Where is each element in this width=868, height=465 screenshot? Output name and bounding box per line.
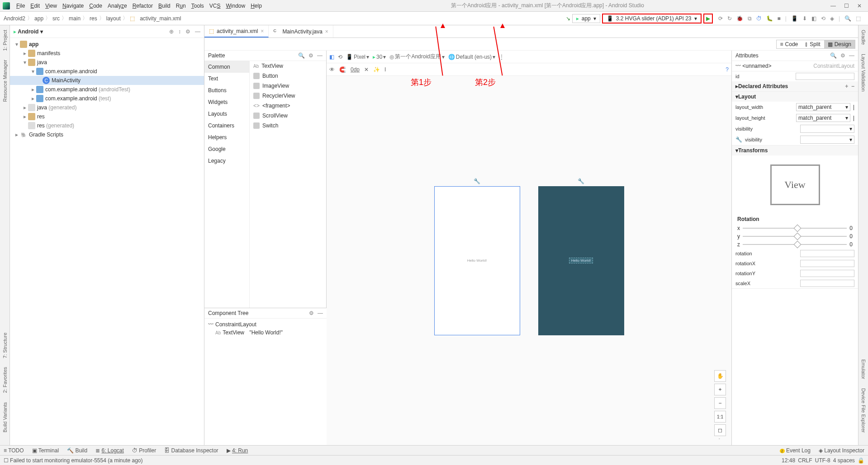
- status-lineend[interactable]: CRLF: [798, 457, 812, 464]
- tool-profiler[interactable]: ⏱ Profiler: [132, 447, 156, 454]
- tree-app[interactable]: app: [29, 41, 38, 47]
- lock-icon[interactable]: 🔒: [858, 457, 864, 464]
- hide-icon[interactable]: —: [317, 52, 323, 59]
- clear-constraints-icon[interactable]: ✕: [364, 66, 369, 73]
- tool-logcat[interactable]: ≣ 6: Logcat: [95, 447, 124, 454]
- palette-cat-buttons[interactable]: Buttons: [204, 85, 249, 96]
- tool-layout-inspector[interactable]: ◈ Layout Inspector: [819, 447, 864, 454]
- palette-item-fragment[interactable]: <><fragment>: [250, 101, 326, 111]
- tool-run[interactable]: ▶ 4: Run: [227, 447, 248, 454]
- viewmode-code[interactable]: ≡ Code: [777, 40, 802, 48]
- layout-inspector-icon[interactable]: ◈: [830, 15, 834, 22]
- palette-cat-common[interactable]: Common: [204, 61, 249, 73]
- default-margin[interactable]: 0dp: [351, 66, 360, 73]
- palette-cat-widgets[interactable]: Widgets: [204, 96, 249, 108]
- palette-item-recyclerview[interactable]: RecyclerView: [250, 91, 326, 101]
- gutter-structure[interactable]: 7: Structure: [2, 333, 8, 358]
- api-picker[interactable]: ▸ 30 ▾: [373, 54, 386, 60]
- hammer-icon[interactable]: ↘: [566, 15, 570, 22]
- rot-x-slider[interactable]: [743, 228, 847, 229]
- close-icon[interactable]: ×: [261, 28, 264, 34]
- close-icon[interactable]: ×: [325, 28, 328, 35]
- comptree-root[interactable]: 〰ConstraintLayout: [206, 320, 325, 329]
- theme-picker[interactable]: ◎ 第一个Android应用 ▾: [389, 53, 444, 61]
- search-icon[interactable]: 🔍: [298, 52, 305, 59]
- surface-icon[interactable]: ◧: [329, 54, 334, 60]
- attr-layout-width[interactable]: match_parent▾: [796, 103, 850, 111]
- close-button[interactable]: ✕: [857, 3, 862, 9]
- gear-icon[interactable]: ⚙: [840, 52, 845, 59]
- locale-picker[interactable]: 🌐 Default (en-us) ▾: [448, 54, 495, 60]
- menu-navigate[interactable]: Navigate: [60, 3, 86, 9]
- eye-icon[interactable]: 👁: [329, 66, 335, 73]
- guidelines-icon[interactable]: I: [384, 66, 386, 73]
- zoom-out-button[interactable]: −: [714, 397, 726, 409]
- attr-scalex[interactable]: [800, 280, 854, 287]
- orientation-icon[interactable]: ⟲: [338, 54, 342, 60]
- menu-code[interactable]: Code: [86, 3, 105, 9]
- zoom-fit-button[interactable]: 1:1: [714, 411, 726, 423]
- infer-constraints-icon[interactable]: ✨: [373, 66, 380, 73]
- tree-java-gen[interactable]: java: [37, 104, 47, 111]
- run-button[interactable]: ▶: [703, 14, 713, 23]
- palette-item-button[interactable]: Button: [250, 71, 326, 81]
- device-selector[interactable]: 📱3.2 HVGA slider (ADP1) API 23▾: [602, 14, 702, 23]
- palette-cat-containers[interactable]: Containers: [204, 120, 249, 132]
- palette-cat-layouts[interactable]: Layouts: [204, 108, 249, 120]
- zoom-actual-button[interactable]: ◻: [714, 424, 726, 436]
- rot-y-slider[interactable]: [743, 236, 847, 237]
- project-tree[interactable]: ▾app ▸manifests ▾java ▾com.example.andro…: [10, 38, 204, 445]
- sync-icon[interactable]: ⟲: [821, 15, 825, 22]
- gutter-gradle[interactable]: Gradle: [861, 30, 866, 45]
- status-encoding[interactable]: UTF-8: [815, 457, 830, 464]
- attr-visibility[interactable]: ▾: [800, 125, 854, 133]
- magnet-icon[interactable]: 🧲: [339, 66, 346, 73]
- hide-icon[interactable]: —: [195, 28, 200, 35]
- module-selector[interactable]: ▸app▾: [572, 14, 600, 23]
- gutter-favorites[interactable]: 2: Favorites: [2, 367, 8, 393]
- attr-layout-height[interactable]: match_parent▾: [796, 114, 850, 122]
- palette-item-switch[interactable]: Switch: [250, 121, 326, 131]
- tool-event-log[interactable]: 2 Event Log: [780, 447, 811, 454]
- attr-rotation[interactable]: [800, 250, 854, 257]
- tree-manifests[interactable]: manifests: [37, 50, 60, 56]
- zoom-in-button[interactable]: +: [714, 384, 726, 395]
- tool-db-inspector[interactable]: 🗄 Database Inspector: [164, 447, 218, 454]
- tree-res-gen[interactable]: res: [37, 122, 45, 129]
- palette-cat-text[interactable]: Text: [204, 73, 249, 85]
- section-transforms[interactable]: ▾ Transforms: [732, 146, 858, 155]
- coverage-icon[interactable]: ⧉: [748, 15, 752, 22]
- viewmode-split[interactable]: ⫿ Split: [802, 40, 824, 48]
- gear-icon[interactable]: ⚙: [308, 52, 313, 59]
- tree-mainactivity[interactable]: MainActivity: [52, 77, 81, 84]
- tree-res[interactable]: res: [37, 113, 45, 120]
- menu-tools[interactable]: Tools: [189, 3, 207, 9]
- apply-changes-icon[interactable]: ⟳: [718, 15, 723, 22]
- gutter-resource-manager[interactable]: Resource Manager: [2, 60, 8, 102]
- stop-icon[interactable]: ■: [778, 15, 781, 22]
- hide-icon[interactable]: —: [849, 52, 854, 59]
- tree-pkg1[interactable]: com.example.android: [45, 68, 97, 75]
- tree-java[interactable]: java: [37, 59, 47, 66]
- section-layout[interactable]: ▾ Layout: [732, 92, 858, 102]
- tree-gradle[interactable]: Gradle Scripts: [29, 132, 63, 138]
- viewmode-design[interactable]: ▦ Design: [824, 40, 855, 48]
- avd-manager-icon[interactable]: 📱: [791, 15, 798, 22]
- rot-z-slider[interactable]: [743, 244, 847, 245]
- menu-file[interactable]: FFileile: [14, 3, 28, 9]
- gear-icon[interactable]: ⚙: [309, 310, 314, 316]
- sdk-manager-icon[interactable]: ⬇: [802, 15, 807, 22]
- maximize-button[interactable]: ☐: [844, 3, 849, 9]
- device-picker[interactable]: 📱 Pixel ▾: [346, 54, 369, 60]
- resource-manager-icon[interactable]: ◧: [811, 15, 816, 22]
- attr-id-input[interactable]: [796, 73, 854, 80]
- hide-icon[interactable]: —: [318, 310, 323, 316]
- attr-rotationx[interactable]: [800, 260, 854, 267]
- breadcrumb[interactable]: Android2〉 app〉 src〉 main〉 res〉 layout〉 ⬚…: [4, 14, 181, 22]
- comptree-textview[interactable]: AbTextView "Hello World!": [206, 329, 325, 337]
- menu-run[interactable]: Run: [173, 3, 189, 9]
- tree-pkg2[interactable]: com.example.android: [45, 86, 97, 93]
- minimize-button[interactable]: —: [830, 3, 836, 9]
- palette-cat-legacy[interactable]: Legacy: [204, 155, 249, 167]
- search-icon[interactable]: 🔍: [830, 52, 837, 59]
